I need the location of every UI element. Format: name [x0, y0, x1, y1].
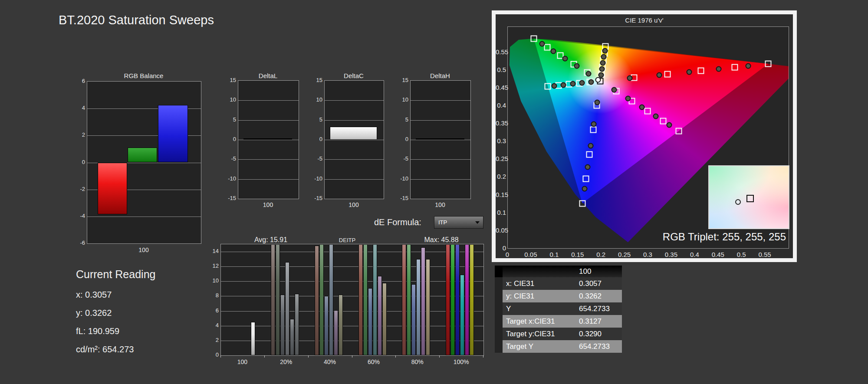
delta-l-title: DeltaL [238, 72, 298, 79]
y-tick-label: -4 [70, 213, 85, 219]
table-row-value: 654.2733 [563, 302, 622, 315]
deitp-chart: Avg: 15.91 DEITP Max: 45.88 024681012141… [204, 233, 499, 372]
gridline [221, 252, 483, 252]
target-square-icon [664, 71, 671, 77]
gridline [221, 266, 483, 267]
cie-1976-panel: CIE 1976 u'v' RGB Triplet: 255, 255, 255… [492, 10, 797, 262]
cie-y-tick-label: 0.55 [496, 48, 506, 56]
gridline [238, 179, 299, 180]
red-bar [98, 163, 127, 215]
measurement-table: 100x: CIE310.3057y: CIE310.3262Y654.2733… [495, 266, 622, 353]
delta-c-title: DeltaC [324, 72, 383, 79]
plot-area [324, 80, 384, 199]
x-axis-tick [483, 355, 483, 358]
table-row-label: Y [503, 302, 563, 315]
x-group-label: 100% [439, 358, 483, 365]
measurement-circle-icon [574, 63, 580, 69]
white-measurement-circle-icon [595, 77, 601, 82]
y-tick-label: -5 [221, 155, 236, 162]
table-header-value: 100 [563, 266, 622, 277]
deitp-bar [450, 244, 455, 355]
table-row-value: 0.3057 [563, 277, 622, 290]
deitp-bar [446, 244, 450, 355]
rgb-triplet-label: RGB Triplet: 255, 255, 255 [663, 231, 786, 243]
table-row: Y654.2733 [495, 302, 622, 315]
inset-measurement-circle-icon [735, 199, 741, 205]
y-tick-label: 14 [204, 248, 219, 254]
measurement-circle-icon [657, 72, 662, 78]
deitp-bar [276, 244, 280, 355]
cie-x-tick-label: 0.3 [639, 251, 657, 258]
table-header-row: 100 [495, 266, 622, 277]
deitp-bar [460, 275, 464, 355]
gridline [411, 140, 470, 140]
blue-bar [158, 105, 188, 162]
delta-h-x-label: 100 [410, 201, 470, 208]
deitp-bar [368, 288, 372, 355]
y-tick-label: -2 [70, 186, 85, 192]
measurement-circle-icon [716, 66, 721, 72]
delta-c-x-label: 100 [324, 201, 383, 208]
measurement-circle-icon [561, 82, 566, 88]
deitp-bar [426, 259, 430, 355]
measurement-circle-icon [653, 113, 658, 119]
de-formula-dropdown[interactable]: ITP [434, 216, 483, 229]
table-row-gutter [495, 315, 503, 328]
plot-area [238, 80, 299, 199]
deitp-bar [470, 244, 474, 355]
y-tick-label: 2 [70, 131, 85, 138]
deitp-bar [455, 244, 460, 355]
gridline [238, 140, 299, 140]
gridline [325, 159, 384, 160]
current-reading-panel: Current Reading x: 0.3057 y: 0.3262 fL: … [76, 268, 215, 368]
table-row-label: Target x:CIE31 [503, 315, 563, 328]
cie-y-tick-label: 0.5 [496, 66, 506, 73]
table-row-gutter [495, 277, 503, 290]
x-group-label: 20% [264, 358, 308, 365]
y-tick-label: 10 [394, 96, 408, 103]
table-row-gutter [495, 290, 503, 302]
measurement-circle-icon [585, 164, 590, 170]
cie-x-tick-label: 0.4 [686, 251, 703, 258]
target-square-icon [583, 176, 589, 182]
cie-x-tick-label: 0.2 [592, 251, 610, 258]
measurement-circle-icon [639, 105, 644, 110]
deitp-bar [324, 296, 329, 355]
delta-h-title: DeltaH [410, 72, 470, 79]
deitp-bar [402, 244, 406, 355]
deitp-plot-area [220, 244, 484, 356]
deitp-bar [358, 244, 363, 355]
table-row-value: 0.3262 [563, 290, 622, 302]
table-row-gutter [495, 328, 503, 340]
rgb-balance-x-label: 100 [87, 246, 201, 253]
chevron-down-icon [475, 221, 480, 224]
deitp-bar [295, 294, 299, 355]
x-axis-tick [395, 355, 396, 358]
deitp-bar [280, 295, 285, 355]
x-axis-tick [220, 355, 221, 358]
de-formula-label: dE Formula: [374, 217, 421, 227]
cie-y-tick-label: 0.4 [496, 102, 506, 109]
y-tick-label: -5 [394, 155, 408, 162]
current-reading-title: Current Reading [76, 268, 155, 281]
y-tick-label: 0 [394, 136, 408, 142]
y-tick-label: 5 [221, 116, 236, 123]
table-row: y: CIE310.3262 [495, 290, 622, 302]
x-group-label: 100 [220, 358, 264, 365]
table-row-label: x: CIE31 [503, 277, 563, 290]
gridline [238, 159, 299, 160]
deitp-bar [382, 283, 387, 355]
x-axis-tick [439, 355, 440, 358]
deitp-bar [290, 319, 294, 355]
table-row-label: y: CIE31 [503, 290, 563, 302]
y-tick-label: -15 [308, 195, 322, 201]
y-tick-label: -10 [221, 175, 236, 182]
y-tick-label: 0 [308, 136, 322, 142]
plot-area [87, 81, 201, 244]
y-tick-label: 0 [221, 136, 236, 142]
deitp-bar [363, 244, 368, 355]
deitp-bar [421, 247, 425, 355]
page-title: BT.2020 Saturation Sweeps [59, 13, 214, 27]
deitp-bar [285, 262, 289, 355]
gridline [411, 179, 470, 180]
